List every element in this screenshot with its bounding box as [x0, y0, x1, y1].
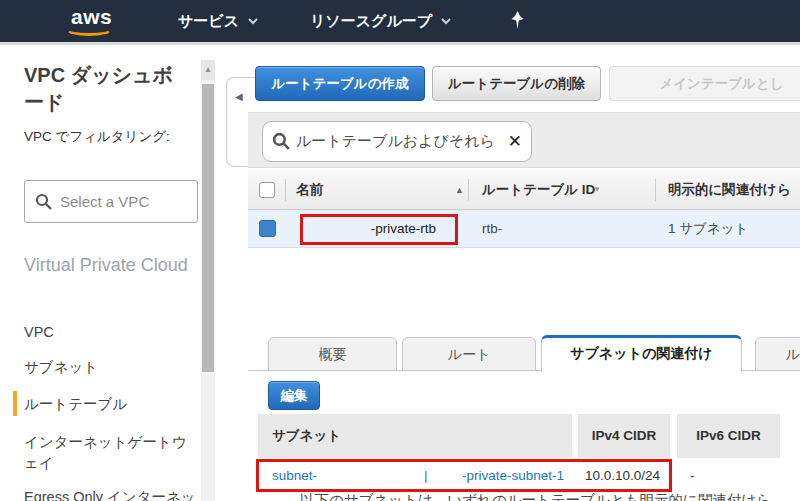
- sidebar-section-heading: Virtual Private Cloud: [24, 252, 196, 278]
- sidebar-item-route-tables[interactable]: ルートテーブル: [24, 394, 127, 415]
- column-header-explicit-assoc[interactable]: 明示的に関連付けら: [668, 170, 790, 210]
- search-icon: [272, 132, 291, 151]
- create-route-table-button[interactable]: ルートテーブルの作成: [255, 66, 425, 101]
- sort-ascending-icon[interactable]: ▲: [455, 170, 464, 210]
- route-table-list-header: 名前 ▲ ルートテーブル ID ▼ 明示的に関連付けら: [248, 170, 800, 210]
- sidebar-item-egress-only-igw[interactable]: Egress Only インターネットゲートウェイ: [24, 487, 196, 501]
- subnet-ipv4-cidr: 10.0.10.0/24: [585, 459, 660, 492]
- active-item-indicator: [13, 391, 17, 416]
- subnet-link-prefix[interactable]: subnet-: [272, 459, 317, 492]
- route-table-search-input[interactable]: ルートテーブルおよびそれら ✕: [262, 121, 532, 162]
- subnet-link-suffix[interactable]: -private-subnet-1: [452, 459, 564, 492]
- tab-route-propagation[interactable]: ルー: [755, 337, 800, 371]
- scrollbar-thumb[interactable]: [202, 84, 214, 372]
- column-divider: [655, 179, 656, 201]
- nav-resource-groups-menu[interactable]: リソースグループ: [310, 0, 451, 42]
- row-checkbox-checked[interactable]: [259, 220, 276, 237]
- pin-icon[interactable]: [510, 11, 525, 34]
- column-header-ipv6-cidr: IPv6 CIDR: [677, 414, 780, 458]
- nav-services-menu[interactable]: サービス: [178, 0, 258, 42]
- aws-swoosh-icon: [66, 23, 112, 36]
- delete-route-table-button[interactable]: ルートテーブルの削除: [432, 66, 601, 101]
- route-table-id: rtb-: [482, 210, 502, 248]
- subnet-ipv6-cidr: -: [690, 459, 695, 492]
- column-divider: [285, 179, 286, 201]
- sidebar-item-internet-gateways[interactable]: インターネットゲートウェイ: [24, 432, 196, 474]
- page-title: VPC ダッシュボード: [24, 62, 192, 116]
- chevron-down-icon: [248, 18, 258, 25]
- vpc-console-screen: aws サービス リソースグループ VPC ダッシュボード VPC でフィルタリ…: [0, 0, 800, 501]
- column-header-ipv4-cidr: IPv4 CIDR: [578, 414, 670, 458]
- route-table-name: -private-rtb: [300, 210, 448, 248]
- aws-logo[interactable]: aws: [64, 5, 118, 37]
- scroll-up-icon[interactable]: ▲: [201, 60, 215, 80]
- navbar-divider: [0, 42, 800, 45]
- caret-down-icon: ▼: [593, 170, 601, 210]
- column-header-subnet: サブネット: [258, 414, 572, 458]
- tab-routes[interactable]: ルート: [402, 337, 536, 371]
- nav-services-label: サービス: [178, 12, 239, 31]
- tab-subnet-associations[interactable]: サブネットの関連付け: [541, 335, 742, 372]
- set-main-table-button: メインテーブルとし: [609, 66, 800, 101]
- column-header-route-table-id[interactable]: ルートテーブル ID: [482, 170, 595, 210]
- vpc-filter-select[interactable]: Select a VPC: [24, 180, 198, 223]
- search-value: ルートテーブルおよびそれら: [296, 132, 503, 151]
- select-all-checkbox[interactable]: [259, 182, 275, 198]
- edit-button[interactable]: 編集: [268, 381, 320, 410]
- vpc-filter-label: VPC でフィルタリング:: [24, 127, 192, 146]
- tab-overview[interactable]: 概要: [268, 337, 397, 371]
- column-header-name[interactable]: 名前: [296, 170, 323, 210]
- unassociated-subnets-note: 以下のサブネットは、いずれのルートテーブルとも明示的に関連付けら: [300, 491, 780, 501]
- route-table-row[interactable]: -private-rtb rtb- 1 サブネット: [248, 210, 800, 248]
- chevron-left-icon: ◀: [235, 91, 243, 102]
- clear-search-icon[interactable]: ✕: [508, 133, 522, 150]
- route-table-assoc-count: 1 サブネット: [668, 210, 748, 248]
- top-navbar: aws サービス リソースグループ: [0, 0, 800, 42]
- sidebar-item-subnets[interactable]: サブネット: [24, 357, 98, 378]
- nav-resource-groups-label: リソースグループ: [310, 12, 432, 31]
- vpc-select-placeholder: Select a VPC: [60, 193, 149, 210]
- sidebar-scrollbar[interactable]: ▲: [201, 60, 215, 501]
- search-icon: [35, 193, 53, 211]
- subnet-name-separator: |: [424, 459, 428, 492]
- column-divider: [468, 179, 469, 201]
- sidebar-item-vpc[interactable]: VPC: [24, 322, 54, 343]
- chevron-down-icon: [441, 18, 451, 25]
